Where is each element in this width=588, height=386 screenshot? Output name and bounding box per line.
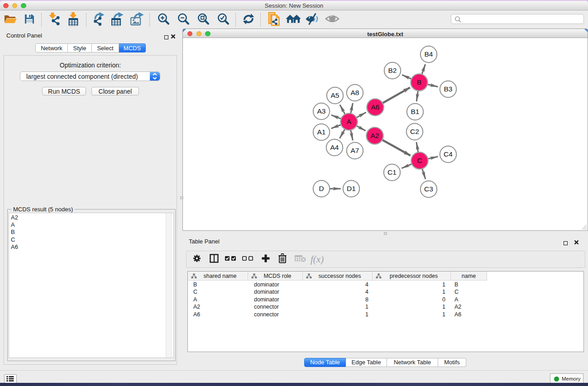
svg-text:C3: C3 [424,185,433,193]
svg-text:B1: B1 [411,108,420,115]
svg-text:B2: B2 [388,67,397,74]
svg-text:A3: A3 [317,107,326,115]
svg-text:B: B [417,78,421,86]
svg-text:C: C [417,157,422,164]
svg-text:C1: C1 [387,168,397,176]
svg-text:A8: A8 [351,89,359,96]
svg-text:A5: A5 [331,91,339,99]
svg-text:A6: A6 [371,103,380,111]
svg-text:D1: D1 [347,185,356,192]
svg-text:C4: C4 [444,150,453,158]
svg-text:C2: C2 [410,128,419,135]
svg-text:A7: A7 [351,147,359,154]
svg-text:B3: B3 [444,85,453,93]
svg-text:D: D [319,185,324,192]
svg-text:A2: A2 [371,132,379,139]
svg-text:A4: A4 [330,143,339,151]
svg-text:B4: B4 [425,50,433,58]
svg-text:A1: A1 [317,128,326,136]
svg-text:A: A [347,118,352,125]
